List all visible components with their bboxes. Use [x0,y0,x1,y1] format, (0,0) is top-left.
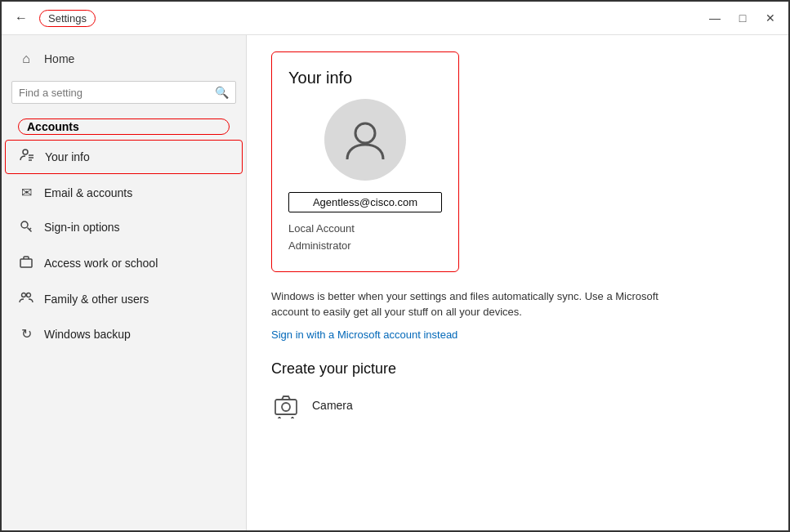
family-users-label: Family & other users [44,293,149,306]
home-icon: ⌂ [18,51,34,66]
your-info-label: Your info [45,150,90,163]
camera-item[interactable]: Camera [271,391,764,420]
content-area: ⌂ Home 🔍 Accounts [2,35,788,530]
title-bar-left: ← Settings [10,7,96,29]
sidebar-item-your-info[interactable]: Your info [5,140,243,174]
sync-icon: ↻ [18,326,34,342]
title-bar: ← Settings — □ ✕ [2,2,788,35]
window-controls: — □ ✕ [705,8,780,28]
person-lines-icon [19,148,35,166]
settings-title-badge: Settings [39,10,96,27]
sidebar: ⌂ Home 🔍 Accounts [2,35,247,530]
close-button[interactable]: ✕ [761,8,780,28]
svg-point-0 [23,150,28,154]
svg-point-9 [355,123,375,143]
briefcase-icon [18,254,34,272]
svg-point-11 [282,403,290,411]
account-type: Local Account Administrator [288,221,442,255]
sidebar-item-family-users[interactable]: Family & other users [2,281,246,317]
camera-label: Camera [312,399,353,412]
email-badge: Agentless@cisco.com [288,192,442,212]
sidebar-item-access-work[interactable]: Access work or school [2,245,246,281]
sidebar-item-email-accounts[interactable]: ✉ Email & accounts [2,176,246,209]
main-content: Your info Agentless@cisco.com Local Acco… [247,35,788,530]
avatar [324,99,406,181]
settings-window: ← Settings — □ ✕ ⌂ Home 🔍 Accounts [0,0,790,532]
sidebar-item-home[interactable]: ⌂ Home [2,43,246,74]
svg-rect-6 [20,259,32,267]
sidebar-item-sign-in-options[interactable]: Sign-in options [2,209,246,245]
sidebar-item-windows-backup[interactable]: ↻ Windows backup [2,317,246,351]
create-picture-heading: Create your picture [271,360,764,378]
accounts-section-label: Accounts [18,118,230,135]
svg-line-5 [29,228,31,230]
envelope-icon: ✉ [18,185,34,200]
svg-point-8 [27,293,31,297]
access-work-label: Access work or school [44,257,158,270]
maximize-button[interactable]: □ [733,8,752,28]
your-info-card: Your info Agentless@cisco.com Local Acco… [271,51,459,272]
home-label: Home [44,52,74,65]
svg-rect-10 [275,400,297,414]
minimize-button[interactable]: — [705,8,725,28]
search-input[interactable] [19,87,215,99]
account-type-admin: Administrator [288,238,442,255]
windows-backup-label: Windows backup [44,328,131,341]
email-accounts-label: Email & accounts [44,186,132,199]
search-icon: 🔍 [215,86,229,99]
sign-in-link[interactable]: Sign in with a Microsoft account instead [271,329,457,341]
people-icon [18,290,34,308]
your-info-title: Your info [288,69,442,87]
back-button[interactable]: ← [10,7,33,29]
svg-point-7 [22,293,26,297]
svg-point-4 [21,221,28,228]
camera-icon [271,391,301,420]
account-type-local: Local Account [288,221,442,238]
sign-in-label: Sign-in options [44,221,120,234]
search-box[interactable]: 🔍 [11,81,236,104]
sync-info-text: Windows is better when your settings and… [271,288,680,320]
key-icon [18,218,34,236]
